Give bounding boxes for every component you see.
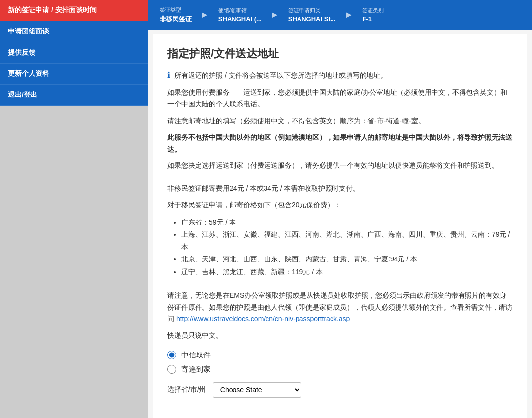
breadcrumb-consulate-label: 使馆/领事馆 xyxy=(218,7,262,14)
info-box: ℹ 所有返还的护照 / 文件将会被送至以下您所选择的地址或填写的地址。 xyxy=(167,70,512,81)
page-title: 指定护照/文件送达地址 xyxy=(167,46,512,61)
province-row: 选择省/市/州 Choose State xyxy=(167,382,512,398)
pricing-list: 广东省：59元 / 本 上海、江苏、浙江、安徽、福建、江西、河南、湖北、湖南、广… xyxy=(167,216,512,278)
para3-bold-warning: 此服务不包括中国大陆以外的地区（例如港澳地区），如果申请人的邮寄地址是中国大陆以… xyxy=(167,132,512,156)
sidebar-item-group-interview[interactable]: 申请团组面谈 xyxy=(0,21,148,42)
sidebar-item-new-application[interactable]: 新的签证申请 / 安排面谈时间 xyxy=(0,0,148,21)
para6: 对于移民签证申请，邮寄价格如下（包含20元保价费）： xyxy=(167,199,512,211)
para5: 非移民签证邮寄费用24元 / 本或34元 / 本需在收取护照时支付。 xyxy=(167,183,512,194)
passport-track-link[interactable]: http://www.ustraveldocs.com/cn/cn-niv-pa… xyxy=(176,315,350,322)
radio-zhongxin[interactable]: 中信取件 xyxy=(167,351,512,360)
breadcrumb-visa-type: 签证类型 非移民签证 xyxy=(153,0,199,30)
list-item: 辽宁、吉林、黑龙江、西藏、新疆：119元 / 本 xyxy=(181,266,512,278)
list-item: 北京、天津、河北、山西、山东、陕西、内蒙古、甘肃、青海、宁夏:94元 / 本 xyxy=(181,253,512,265)
breadcrumb: 签证类型 非移民签证 ► 使馆/领事馆 SHANGHAI (... ► 签证申请… xyxy=(148,0,532,30)
para2: 请注意邮寄地址的填写（必须使用中文，不得包含英文）顺序为：省-市-街道-幢-室。 xyxy=(167,115,512,127)
radio-zhongxin-input[interactable] xyxy=(167,351,176,359)
radio-zhongxin-label: 中信取件 xyxy=(181,351,211,360)
province-label: 选择省/市/州 xyxy=(167,386,206,394)
sidebar-item-feedback[interactable]: 提供反馈 xyxy=(0,42,148,64)
breadcrumb-consulate-value: SHANGHAI (... xyxy=(218,15,262,23)
sidebar: 新的签证申请 / 安排面谈时间 申请团组面谈 提供反馈 更新个人资料 退出/登出 xyxy=(0,0,148,418)
radio-mail-label: 寄递到家 xyxy=(181,365,211,374)
delivery-option-group: 中信取件 寄递到家 xyxy=(167,351,512,374)
breadcrumb-visa-type-value: 非移民签证 xyxy=(160,15,192,24)
breadcrumb-category: 签证申请归类 SHANGHAI St... xyxy=(281,0,343,30)
para8: 快递员只说中文。 xyxy=(167,330,512,342)
province-select[interactable]: Choose State xyxy=(213,382,301,398)
breadcrumb-visa-type-label: 签证类型 xyxy=(160,6,192,14)
info-icon: ℹ xyxy=(167,70,170,80)
list-item: 上海、江苏、浙江、安徽、福建、江西、河南、湖北、湖南、广西、海南、四川、重庆、贵… xyxy=(181,228,512,253)
breadcrumb-category-label: 签证申请归类 xyxy=(288,7,336,14)
breadcrumb-arrow-2: ► xyxy=(268,0,281,30)
radio-mail-input[interactable] xyxy=(167,365,176,374)
sidebar-item-logout[interactable]: 退出/登出 xyxy=(0,85,148,106)
para4: 如果您决定选择运送到家（付费运送服务），请务必提供一个有效的地址以便快递员能够将… xyxy=(167,160,512,172)
breadcrumb-arrow-3: ► xyxy=(343,0,356,30)
para1: 如果您使用付费服务——运送到家，您必须提供中国大陆的家庭/办公室地址（必须使用中… xyxy=(167,87,512,110)
breadcrumb-visa-class-value: F-1 xyxy=(362,15,384,23)
content-area: 指定护照/文件送达地址 ℹ 所有返还的护照 / 文件将会被送至以下您所选择的地址… xyxy=(153,34,527,418)
breadcrumb-visa-class: 签证类别 F-1 xyxy=(355,0,391,30)
breadcrumb-consulate: 使馆/领事馆 SHANGHAI (... xyxy=(211,0,268,30)
info-text: 所有返还的护照 / 文件将会被送至以下您所选择的地址或填写的地址。 xyxy=(174,70,387,81)
para7: 请注意，无论您是在EMS办公室领取护照或是从快递员处收取护照，您必须出示由政府颁… xyxy=(167,290,512,325)
radio-mail[interactable]: 寄递到家 xyxy=(167,365,512,374)
list-item: 广东省：59元 / 本 xyxy=(181,216,512,228)
breadcrumb-category-value: SHANGHAI St... xyxy=(288,15,336,23)
main-content: 签证类型 非移民签证 ► 使馆/领事馆 SHANGHAI (... ► 签证申请… xyxy=(148,0,532,418)
breadcrumb-visa-class-label: 签证类别 xyxy=(362,7,384,14)
sidebar-item-update-profile[interactable]: 更新个人资料 xyxy=(0,64,148,85)
breadcrumb-arrow-1: ► xyxy=(199,0,211,30)
